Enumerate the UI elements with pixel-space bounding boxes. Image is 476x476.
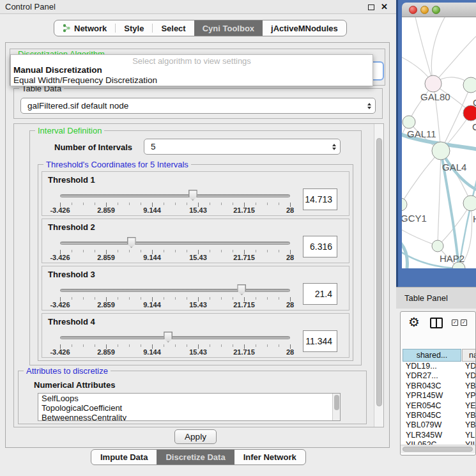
algorithm-option-manual-discretization[interactable]: Manual Discretization [11,65,372,75]
table-data-selected-value: galFiltered.sif default node [21,101,364,111]
float-window-icon[interactable] [368,4,374,10]
spinner-arrows-icon [328,144,340,150]
algorithm-option-equal-width-frequency[interactable]: Equal Width/Frequency Discretization [11,75,372,86]
slider-track[interactable] [60,336,290,339]
table-data-combobox[interactable]: galFiltered.sif default node [20,98,376,114]
threshold-2-slider[interactable] [60,236,290,250]
minimize-traffic-light-icon[interactable] [420,6,429,14]
list-item[interactable]: TopologicalCoefficient [38,403,340,413]
control-panel-tabbar: Network Style Select Cyni Toolbox jActiv… [54,20,347,36]
column-header-shared-name[interactable]: shared... [403,349,461,362]
settings-scrollbar-thumb[interactable] [376,138,382,406]
network-canvas[interactable]: GAL80 GA C GAL11 GAL4 GCY1 H HAP2 [402,17,476,268]
settings-scrollpane: Interval Definition Number of Intervals … [13,123,384,427]
threshold-2-box: Threshold 2 -3.426 2.859 9.144 15.43 [42,219,349,263]
tick-label: 9.144 [143,348,161,356]
columns-view-icon[interactable] [430,318,443,328]
tab-label: Cyni Toolbox [203,24,254,33]
apply-button[interactable]: Apply [174,429,217,444]
tick-label: 2.859 [97,301,115,309]
slider-thumb[interactable] [188,190,197,201]
tick-label: 15.43 [189,301,207,309]
table-row[interactable]: YPR145WYPR1 [401,391,476,401]
threshold-3-slider[interactable] [60,283,290,297]
slider-tick-labels: -3.426 2.859 9.144 15.43 21.715 28 [60,206,290,214]
node-right-mid [463,196,476,211]
threshold-1-slider[interactable] [60,188,290,203]
threshold-3-value-field[interactable]: 21.4 [303,283,337,305]
table-row[interactable]: YLR345WYLR3 [401,431,476,440]
tab-cyni-toolbox[interactable]: Cyni Toolbox [194,20,263,36]
table-row[interactable]: YBR043CYBR0 [401,381,476,391]
tab-label: Impute Data [100,452,148,462]
tab-jactivemnodules[interactable]: jActiveMNodules [263,20,346,36]
tick-label: -3.426 [50,206,70,214]
tick-label: 15.43 [189,348,207,356]
checkbox-icon[interactable]: ✓ [452,319,458,326]
numerical-attributes-list[interactable]: SelfLoops TopologicalCoefficient Between… [38,393,341,421]
number-of-intervals-combobox[interactable]: 5 [144,139,341,155]
slider-track[interactable] [60,194,290,197]
table-scrollbar-thumb[interactable] [403,447,473,452]
table-row[interactable]: YBR045CYBR0 [401,411,476,420]
threshold-4-value-field[interactable]: 11.344 [303,330,337,352]
zoom-traffic-light-icon[interactable] [432,6,440,14]
node-label-hap2: HAP2 [440,253,464,264]
algorithm-dropdown-hint: Select algorithm to view settings [11,55,372,65]
list-item[interactable]: BetweennessCentrality [38,413,340,421]
threshold-4-box: Threshold 4 -3.426 2.859 9.144 15.43 [42,313,349,358]
slider-tick-labels: -3.426 2.859 9.144 15.43 21.715 28 [60,348,290,356]
close-icon[interactable]: ✕ [381,2,388,12]
slider-thumb[interactable] [164,332,173,342]
node-label-partial: GA [473,97,476,108]
node-label-gal11: GAL11 [407,128,436,139]
table-data-group: Table Data galFiltered.sif default node [13,88,383,119]
list-item[interactable]: SelfLoops [38,394,340,403]
network-window-titlebar[interactable] [402,3,476,17]
tab-label: Style [124,24,144,33]
threshold-2-value-field[interactable]: 6.316 [303,236,337,257]
checkbox-icon[interactable]: ✓ [461,319,467,326]
tick-label: 9.144 [143,206,161,214]
tab-infer-network[interactable]: Infer Network [234,450,305,464]
table-row[interactable]: YBL079WYBL0 [401,420,476,430]
gear-icon[interactable]: ⚙ [408,314,420,330]
threshold-3-box: Threshold 3 -3.426 2.859 9.144 15.43 [42,266,349,311]
table-row[interactable]: YDL19...YDL1 [401,362,476,371]
thresholds-group-label: Threshold's Coordinates for 5 Intervals [43,160,191,169]
table-row[interactable]: YDR27...YDR2 [401,371,476,381]
interval-definition-group: Interval Definition Number of Intervals … [29,130,362,365]
table-row[interactable]: YER054CYER0 [401,401,476,411]
list-scrollbar-thumb[interactable] [334,395,339,410]
slider-track[interactable] [60,242,290,245]
list-scrollbar[interactable] [332,394,340,420]
threshold-4-slider[interactable] [60,330,290,344]
tick-label: 9.144 [143,254,161,261]
network-graph [402,17,476,268]
tab-select[interactable]: Select [153,20,194,36]
tick-label: 28 [286,348,294,356]
slider-thumb[interactable] [127,237,136,248]
threshold-1-value-field[interactable]: 14.713 [303,188,337,210]
threshold-1-box: Threshold 1 -3.426 2.859 9.144 15.43 [42,171,349,216]
node-gal11 [403,116,415,128]
close-traffic-light-icon[interactable] [409,6,417,14]
tab-network[interactable]: Network [54,20,115,36]
attributes-to-discretize-group: Attributes to discretize Numerical Attri… [18,371,367,424]
node-label-partial: C [472,121,476,132]
slider-tick-labels: -3.426 2.859 9.144 15.43 21.715 28 [60,254,290,261]
slider-track[interactable] [60,289,290,292]
tab-style[interactable]: Style [116,20,152,36]
tab-label: Infer Network [243,452,296,462]
tick-label: 28 [286,206,294,214]
tab-discretize-data[interactable]: Discretize Data [157,450,234,464]
screenshot-root: Control Panel ✕ Network Style [0,0,476,476]
slider-thumb[interactable] [237,284,246,295]
settings-scrollbar[interactable] [374,124,383,427]
column-header-name[interactable]: na [462,349,476,362]
tab-label: Network [74,24,107,33]
node-top-right [463,77,476,93]
tick-label: 21.715 [233,254,255,261]
table-horizontal-scrollbar[interactable] [401,445,476,453]
tab-impute-data[interactable]: Impute Data [91,450,157,464]
